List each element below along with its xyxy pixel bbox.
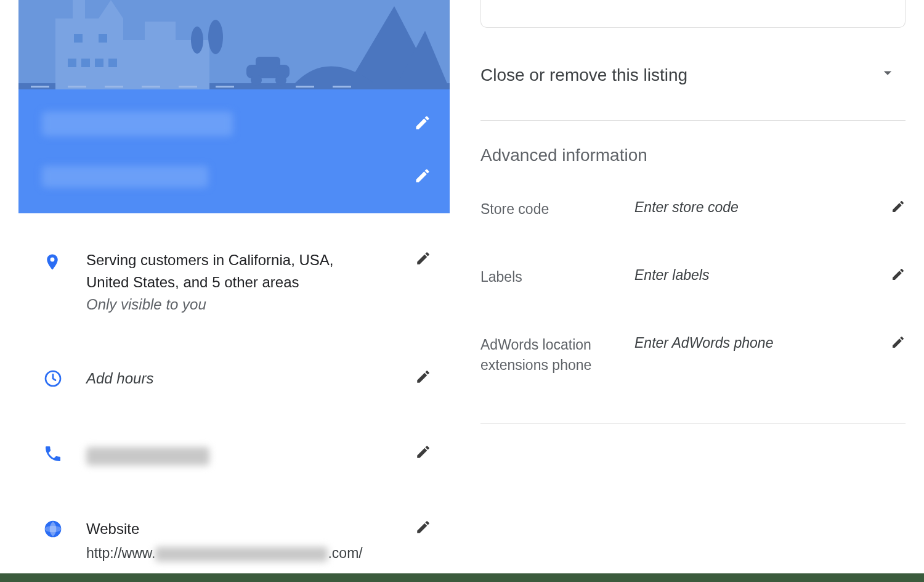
advanced-info-title: Advanced information <box>480 146 906 165</box>
svg-rect-9 <box>68 59 76 67</box>
store-code-label: Store code <box>480 199 634 219</box>
svg-rect-6 <box>145 22 176 46</box>
close-remove-listing[interactable]: Close or remove this listing <box>480 52 906 120</box>
globe-icon <box>43 519 63 541</box>
hero-illustration <box>18 0 450 89</box>
svg-rect-13 <box>74 34 83 43</box>
svg-rect-28 <box>333 86 351 88</box>
store-code-placeholder[interactable]: Enter store code <box>634 199 883 216</box>
svg-rect-26 <box>216 86 234 88</box>
svg-point-15 <box>191 27 203 54</box>
svg-rect-22 <box>68 86 86 88</box>
business-card: Serving customers in California, USA, Un… <box>18 0 450 573</box>
phone-row <box>43 425 431 483</box>
website-url-suffix: .com/ <box>328 545 362 561</box>
svg-rect-14 <box>99 34 107 43</box>
location-text-line2: United States, and 5 other areas <box>86 271 407 293</box>
labels-row: Labels Enter labels <box>480 267 906 287</box>
svg-rect-4 <box>55 18 123 89</box>
edit-store-code-button[interactable] <box>891 199 906 216</box>
store-code-row: Store code Enter store code <box>480 199 906 219</box>
svg-marker-7 <box>73 0 85 18</box>
svg-rect-10 <box>81 59 90 67</box>
edit-name-button[interactable] <box>414 114 431 134</box>
website-domain-redacted <box>155 547 328 562</box>
svg-rect-21 <box>31 86 49 88</box>
business-name-redacted <box>42 112 233 136</box>
edit-labels-button[interactable] <box>891 267 906 284</box>
business-category-redacted <box>42 166 208 187</box>
right-panel: Close or remove this listing Advanced in… <box>480 0 906 573</box>
adwords-phone-label: AdWords location extensions phone <box>480 335 634 374</box>
svg-point-19 <box>251 75 262 86</box>
svg-rect-18 <box>256 57 280 68</box>
phone-icon <box>43 444 63 466</box>
svg-rect-25 <box>179 86 197 88</box>
svg-rect-11 <box>95 59 103 67</box>
location-row: Serving customers in California, USA, Un… <box>43 232 431 333</box>
clock-icon <box>43 369 63 391</box>
location-pin-icon <box>43 250 62 276</box>
edit-phone-button[interactable] <box>415 444 431 462</box>
labels-placeholder[interactable]: Enter labels <box>634 267 883 284</box>
hours-row: Add hours <box>43 350 431 408</box>
location-visibility: Only visible to you <box>86 293 407 316</box>
svg-point-31 <box>45 526 62 533</box>
edit-hours-button[interactable] <box>415 369 431 387</box>
edit-website-button[interactable] <box>415 519 431 538</box>
window-bottom-bar <box>0 573 924 582</box>
phone-redacted <box>86 447 209 465</box>
svg-point-20 <box>275 75 286 86</box>
svg-rect-27 <box>296 86 314 88</box>
website-url-prefix: http://www. <box>86 545 155 561</box>
edit-adwords-phone-button[interactable] <box>891 335 906 352</box>
adwords-phone-row: AdWords location extensions phone Enter … <box>480 335 906 374</box>
close-remove-label: Close or remove this listing <box>480 65 687 85</box>
previous-card-bottom <box>480 0 906 28</box>
website-label: Website <box>86 518 407 540</box>
edit-location-button[interactable] <box>415 250 431 269</box>
svg-point-16 <box>208 20 223 54</box>
adwords-phone-placeholder[interactable]: Enter AdWords phone <box>634 335 883 351</box>
edit-category-button[interactable] <box>414 167 431 187</box>
chevron-down-icon <box>878 64 897 86</box>
labels-label: Labels <box>480 267 634 287</box>
svg-rect-23 <box>105 86 123 88</box>
website-url[interactable]: http://www..com/ <box>86 543 407 564</box>
business-header <box>18 89 450 213</box>
svg-rect-24 <box>142 86 160 88</box>
hours-placeholder[interactable]: Add hours <box>86 370 153 387</box>
website-row: Website http://www..com/ <box>43 501 431 564</box>
divider <box>480 423 906 424</box>
divider <box>480 120 906 121</box>
svg-rect-12 <box>108 59 117 67</box>
location-text-line1: Serving customers in California, USA, <box>86 249 407 271</box>
